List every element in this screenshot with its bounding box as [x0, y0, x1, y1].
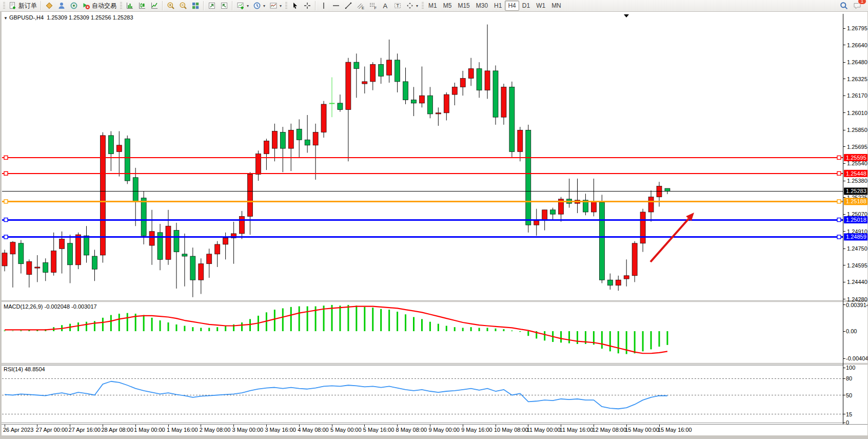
- channel-tool-button[interactable]: E: [354, 0, 367, 11]
- candle-body: [207, 254, 212, 264]
- line-handle[interactable]: [4, 235, 8, 239]
- candle-body: [190, 256, 195, 280]
- line-handle[interactable]: [837, 171, 841, 175]
- crosshair-tool-button[interactable]: [301, 0, 313, 11]
- timeframe-m5-button[interactable]: M5: [440, 1, 455, 11]
- rsi-tick-label: 50: [846, 392, 852, 398]
- candle-body: [51, 251, 56, 273]
- line-handle[interactable]: [4, 171, 8, 175]
- price-tick-label: 1.25380: [847, 178, 867, 184]
- line-handle[interactable]: [4, 218, 8, 222]
- toolbar-grip[interactable]: [422, 2, 424, 10]
- candle-body: [125, 139, 130, 181]
- price-tick-label: 1.25850: [847, 127, 867, 133]
- new-chart-button[interactable]: ▾: [234, 0, 251, 11]
- candle-body: [68, 243, 73, 265]
- candle-body: [313, 132, 318, 145]
- candle-body: [182, 254, 187, 256]
- timeframe-h1-button[interactable]: H1: [491, 1, 505, 11]
- signals-button[interactable]: [68, 0, 80, 11]
- candle-body: [599, 202, 604, 280]
- toolbar-grip[interactable]: [120, 2, 122, 10]
- fibonacci-tool-button[interactable]: F: [367, 0, 379, 11]
- time-axis-label: 5 May 00:00: [330, 427, 362, 433]
- timeframe-h4-button[interactable]: H4: [505, 1, 519, 11]
- candle-body: [370, 64, 376, 82]
- timeframe-m15-button-label: M15: [458, 2, 469, 9]
- candle-body: [427, 96, 432, 114]
- line-handle[interactable]: [4, 156, 8, 159]
- line-handle[interactable]: [837, 218, 841, 222]
- toolbar-separator: [232, 1, 233, 10]
- line-handle[interactable]: [837, 156, 841, 159]
- toolbar: 新订单自动交易▾▾▾EFAT▾M1M5M15M30H1H4D1W1MN1: [0, 0, 868, 12]
- line-chart-button[interactable]: [148, 0, 161, 11]
- cursor-tool-button[interactable]: [289, 0, 301, 11]
- timeframe-d1-button-label: D1: [522, 2, 530, 9]
- timeframe-w1-button[interactable]: W1: [533, 1, 548, 11]
- timeframe-w1-button-label: W1: [536, 2, 545, 9]
- hline-tool-button[interactable]: [330, 0, 342, 11]
- candle-body: [215, 244, 220, 254]
- candle-body: [665, 188, 670, 191]
- label-tool-button[interactable]: T: [391, 0, 404, 11]
- arrange-right-button[interactable]: [218, 0, 230, 11]
- timeframe-m30-button[interactable]: M30: [473, 1, 491, 11]
- line-handle[interactable]: [837, 200, 841, 203]
- price-tick-label: 1.26325: [847, 76, 867, 82]
- profiles-button[interactable]: [55, 0, 68, 11]
- time-axis-label: 15 May 16:00: [658, 427, 692, 433]
- timeframe-m1-button[interactable]: M1: [425, 1, 440, 11]
- toolbar-grip[interactable]: [3, 2, 5, 10]
- candle-body: [411, 100, 417, 103]
- zoom-out-button[interactable]: [177, 0, 189, 11]
- candle-body: [321, 104, 326, 132]
- candle-body: [338, 103, 343, 110]
- timeframe-d1-button[interactable]: D1: [519, 1, 533, 11]
- timeframe-mn-button[interactable]: MN: [548, 1, 564, 11]
- time-axis-label: 4 May 08:00: [298, 427, 329, 433]
- autotrade-icon: [82, 2, 90, 10]
- time-axis-label: 28 Apr 08:00: [101, 427, 133, 433]
- tile-windows-button[interactable]: [189, 0, 202, 11]
- new-chart-icon: [236, 2, 245, 10]
- time-axis-label: 15 May 00:00: [625, 427, 659, 433]
- candle-body: [280, 132, 285, 148]
- candlestick-chart-button[interactable]: [136, 0, 148, 11]
- price-line-axis-label-text: 1.25018: [846, 217, 866, 223]
- timeframe-m1-button-label: M1: [428, 2, 437, 9]
- search-button[interactable]: [838, 0, 850, 11]
- vline-tool-button[interactable]: [318, 0, 330, 11]
- zoom-in-button[interactable]: [165, 0, 177, 11]
- line-handle[interactable]: [4, 200, 8, 203]
- candle-body: [509, 87, 515, 151]
- dropdown-caret-icon: ▾: [263, 4, 265, 8]
- candle-body: [248, 174, 253, 216]
- time-axis-label: 10 May 08:00: [494, 427, 528, 433]
- timeframe-m15-button[interactable]: M15: [455, 1, 472, 11]
- candle-body: [255, 154, 261, 175]
- arrows-tool-button[interactable]: ▾: [404, 0, 420, 11]
- timeframe-m30-button-label: M30: [476, 2, 488, 9]
- chart-canvas[interactable]: 1.267951.266401.264801.263251.261701.260…: [2, 12, 867, 435]
- time-axis-label: 27 Apr 00:00: [36, 427, 68, 433]
- candle-body: [288, 130, 293, 148]
- periods-button[interactable]: ▾: [251, 0, 267, 11]
- chat-badge: 1: [858, 0, 866, 5]
- line-handle[interactable]: [837, 235, 841, 239]
- new-order-button[interactable]: 新订单: [7, 0, 39, 11]
- price-line-axis-label-text: 1.25188: [846, 198, 866, 204]
- templates-button[interactable]: ▾: [267, 0, 284, 11]
- bar-chart-icon: [126, 2, 134, 10]
- arrange-left-button[interactable]: [206, 0, 218, 11]
- text-tool-button[interactable]: A: [379, 0, 391, 11]
- candle-body: [43, 263, 48, 273]
- toolbar-grip[interactable]: [285, 2, 287, 10]
- macd-tick-label: 0.003914: [846, 302, 867, 308]
- chat-button[interactable]: 1: [851, 0, 863, 11]
- bar-chart-button[interactable]: [124, 0, 136, 11]
- price-tick-label: 1.26640: [847, 42, 867, 48]
- trendline-tool-button[interactable]: [342, 0, 354, 11]
- charts-gold-button[interactable]: [43, 0, 55, 11]
- autotrading-button[interactable]: 自动交易: [80, 0, 119, 11]
